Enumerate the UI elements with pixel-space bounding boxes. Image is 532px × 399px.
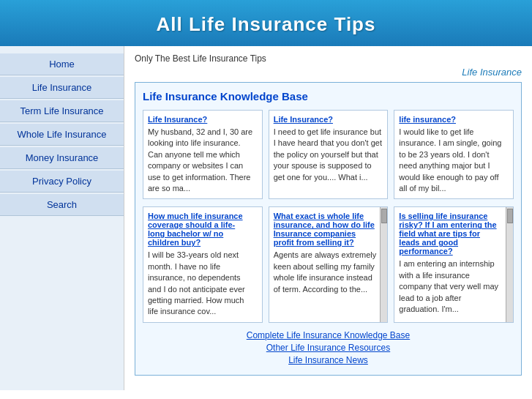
sidebar-item-whole-life[interactable]: Whole Life Insurance: [0, 124, 124, 146]
link-other-resources[interactable]: Other Life Insurance Resources: [143, 343, 514, 353]
page-header: All Life Insurance Tips: [0, 0, 532, 46]
scrollbar-5[interactable]: [380, 207, 387, 321]
article-title-3[interactable]: life insurance?: [399, 115, 509, 124]
sidebar-item-home[interactable]: Home: [0, 53, 124, 75]
article-title-2[interactable]: Life Insurance?: [274, 115, 383, 124]
sidebar-item-money[interactable]: Money Insurance: [0, 147, 124, 169]
kb-title: Life Insurance Knowledge Base: [143, 90, 514, 102]
page-title: All Life Insurance Tips: [0, 13, 532, 36]
article-card-6: Is selling life insurance risky? If I am…: [394, 206, 514, 322]
section-label: Life Insurance: [135, 67, 522, 78]
article-card-2: Life Insurance? I need to get life insur…: [269, 110, 389, 199]
article-title-4[interactable]: How much life insurance coverage should …: [148, 212, 252, 247]
article-text-6: I am entering an internship with a life …: [399, 258, 503, 315]
sidebar-item-term-life[interactable]: Term Life Insurance: [0, 100, 124, 122]
article-title-1[interactable]: Life Insurance?: [148, 115, 258, 124]
knowledge-base-box: Life Insurance Knowledge Base Life Insur…: [135, 82, 522, 376]
articles-bottom-row: How much life insurance coverage should …: [143, 206, 514, 322]
article-card-1: Life Insurance? My husband, 32 and I, 30…: [143, 110, 263, 199]
main-content: Only The Best Life Insurance Tips Life I…: [124, 46, 532, 390]
article-text-4: I will be 33-years old next month. I hav…: [148, 250, 252, 317]
article-card-3: life insurance? I would like to get life…: [394, 110, 514, 199]
link-complete-kb[interactable]: Complete Life Insurance Knowledge Base: [143, 330, 514, 340]
article-text-1: My husband, 32 and I, 30 are looking int…: [148, 127, 258, 194]
sidebar-item-search[interactable]: Search: [0, 194, 124, 216]
articles-top-row: Life Insurance? My husband, 32 and I, 30…: [143, 110, 514, 199]
sidebar-item-life-insurance[interactable]: Life Insurance: [0, 77, 124, 99]
article-title-5[interactable]: What exact is whole life insurance, and …: [274, 212, 378, 247]
article-text-5: Agents are always extremely keen about s…: [274, 250, 378, 295]
article-card-5: What exact is whole life insurance, and …: [269, 206, 389, 322]
scrollbar-6[interactable]: [506, 207, 513, 321]
sidebar: Home Life Insurance Term Life Insurance …: [0, 46, 124, 390]
link-news[interactable]: Life Insurance News: [143, 355, 514, 365]
article-text-3: I would like to get life insurance. I am…: [399, 127, 509, 194]
kb-footer-links: Complete Life Insurance Knowledge Base O…: [143, 330, 514, 365]
article-card-4: How much life insurance coverage should …: [143, 206, 263, 322]
tagline: Only The Best Life Insurance Tips: [135, 53, 522, 64]
sidebar-item-privacy[interactable]: Privacy Policy: [0, 171, 124, 193]
article-title-6[interactable]: Is selling life insurance risky? If I am…: [399, 212, 503, 256]
article-text-2: I need to get life insurance but I have …: [274, 127, 383, 183]
